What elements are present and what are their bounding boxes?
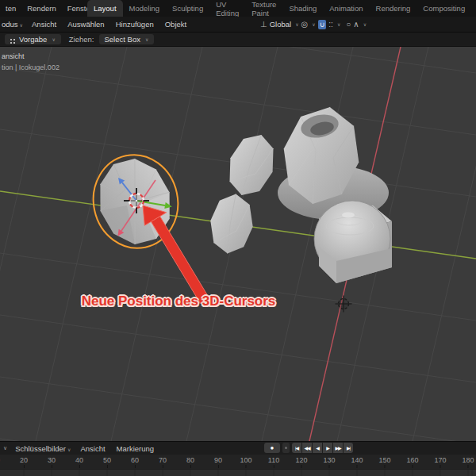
viewport-header: odus∨ AnsichtAuswählenHinzufügenObjekt ⊥… xyxy=(0,17,476,33)
prev-keyframe-button[interactable]: ◀◀ xyxy=(302,443,312,453)
tool-preset-dropdown[interactable]: Vorgabe ∨ xyxy=(5,34,61,44)
topbar-menu[interactable]: ten xyxy=(0,4,21,13)
chevron-down-icon[interactable]: ∨ xyxy=(295,21,298,27)
jump-to-end-button[interactable]: ▶| xyxy=(344,443,353,453)
mode-selector[interactable]: odus∨ xyxy=(0,20,26,29)
workspace-tab[interactable]: Layout xyxy=(87,0,123,17)
transform-snap-cluster: ⊥ Global ∨ ◎ ∨ ∪ :: ∨ ○ ∧ ∨ xyxy=(260,17,367,32)
frame-tick: 60 xyxy=(131,456,139,468)
frame-tick: 50 xyxy=(103,456,111,468)
workspace-tabs: LayoutModelingSculptingUV EditingTexture… xyxy=(87,0,476,17)
workspace-tab[interactable]: Animation xyxy=(323,0,369,17)
chevron-down-icon[interactable]: ∨ xyxy=(0,445,10,451)
sync-button[interactable] xyxy=(282,443,290,453)
workspace-tab[interactable]: Geometry Nodes xyxy=(471,0,476,17)
play-button[interactable]: ▶ xyxy=(323,443,332,453)
frame-tick: 180 xyxy=(462,456,474,468)
auto-keying-button[interactable]: ● xyxy=(264,443,280,453)
frame-tick: 20 xyxy=(20,456,28,468)
frame-tick: 40 xyxy=(75,456,83,468)
snap-magnet-icon[interactable]: ∪ xyxy=(318,20,327,29)
frame-tick: 80 xyxy=(186,456,194,468)
orientation-dropdown[interactable]: Global xyxy=(270,20,291,29)
chevron-down-icon: ∨ xyxy=(20,23,23,28)
chevron-down-icon[interactable]: ∨ xyxy=(363,21,367,27)
transform-orientation-icon[interactable]: ⊥ xyxy=(260,20,267,29)
jump-to-start-button[interactable]: |◀ xyxy=(292,443,301,453)
timeline-header: ∨ Schlüsselbilder∨ Ansicht Markierung ● … xyxy=(0,442,476,455)
frame-tick: 100 xyxy=(240,456,251,468)
frame-tick: 160 xyxy=(406,456,418,468)
viewport-menu[interactable]: Objekt xyxy=(159,20,192,29)
topbar: tenRendernFensterHilfe LayoutModelingScu… xyxy=(0,0,476,17)
frame-tick: 140 xyxy=(351,456,363,468)
timeline-editor: ∨ Schlüsselbilder∨ Ansicht Markierung ● … xyxy=(0,441,476,476)
proportional-editing-icon[interactable]: ○ xyxy=(346,20,351,29)
annotation-text: Neue Position des 3D-Cursors xyxy=(67,294,290,309)
frame-tick: 70 xyxy=(159,456,167,468)
pivot-point-icon[interactable]: ◎ xyxy=(301,20,309,29)
3d-viewport[interactable]: ansicht tion | Icokugel.002 Neue Positio… xyxy=(0,47,476,441)
next-keyframe-button[interactable]: ▶▶ xyxy=(333,443,343,453)
view-name-overlay: ansicht xyxy=(2,52,25,60)
workspace-tab[interactable]: Compositing xyxy=(416,0,471,17)
frame-tick: 150 xyxy=(378,456,390,468)
record-icon: ● xyxy=(271,444,274,451)
viewport-menu[interactable]: Auswählen xyxy=(62,20,109,29)
workspace-tab[interactable]: UV Editing xyxy=(209,0,245,17)
active-tool-icon xyxy=(10,39,12,40)
falloff-curve-icon[interactable]: ∧ xyxy=(353,20,359,29)
workspace-tab[interactable]: Texture Paint xyxy=(245,0,282,17)
frame-tick: 170 xyxy=(434,456,446,468)
frame-tick: 30 xyxy=(48,456,56,468)
tool-settings-bar: Vorgabe ∨ Ziehen: Select Box ∨ xyxy=(0,33,476,47)
active-object-overlay: tion | Icokugel.002 xyxy=(2,63,60,71)
3d-viewport-scene xyxy=(0,47,476,441)
chevron-down-icon: ∨ xyxy=(145,36,148,42)
snap-mode-icon[interactable]: :: xyxy=(328,20,333,29)
frame-tick: 110 xyxy=(268,456,279,468)
workspace-tab[interactable]: Sculpting xyxy=(166,0,209,17)
playback-controls: ● |◀◀◀◀▶▶▶▶| xyxy=(264,443,353,453)
topbar-menu[interactable]: Rendern xyxy=(21,4,61,13)
drag-mode-dropdown[interactable]: Select Box ∨ xyxy=(99,34,155,44)
frame-tick: 120 xyxy=(295,456,307,468)
timeline-ruler[interactable]: 10 20 30 40 50 60 70 80 90 100 110 xyxy=(0,455,476,469)
viewport-menu[interactable]: Hinzufügen xyxy=(110,20,159,29)
play-reverse-button[interactable]: ◀ xyxy=(313,443,322,453)
workspace-tab[interactable]: Shading xyxy=(282,0,323,17)
chevron-down-icon[interactable]: ∨ xyxy=(337,21,340,27)
workspace-tab[interactable]: Rendering xyxy=(370,0,417,17)
timeline-menu[interactable]: Schlüsselbilder∨ xyxy=(10,444,75,453)
timeline-track[interactable] xyxy=(0,469,476,476)
timeline-menu[interactable]: Ansicht xyxy=(75,444,111,453)
workspace-tab[interactable]: Modeling xyxy=(123,0,167,17)
chevron-down-icon: ∨ xyxy=(52,36,55,42)
frame-tick: 90 xyxy=(214,456,222,468)
drag-label: Ziehen: xyxy=(69,35,94,44)
viewport-menu[interactable]: Ansicht xyxy=(26,20,62,29)
frame-tick: 130 xyxy=(323,456,335,468)
timeline-menu[interactable]: Markierung xyxy=(112,444,161,453)
chevron-down-icon[interactable]: ∨ xyxy=(312,21,315,27)
